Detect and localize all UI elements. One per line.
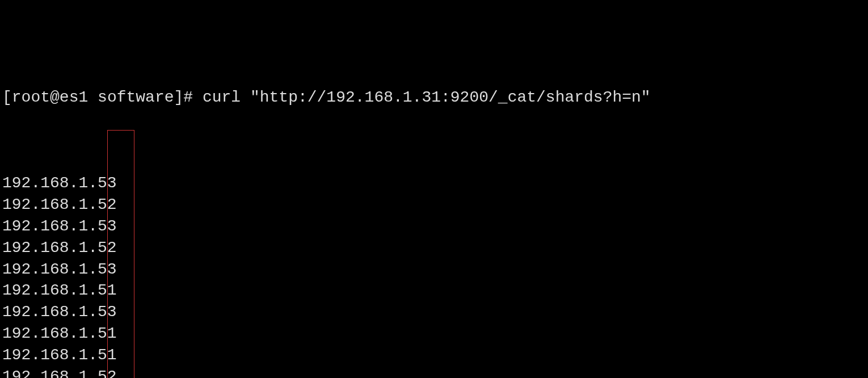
output-line: 192.168.1.51 <box>2 345 866 366</box>
prompt-directory: software <box>98 89 174 106</box>
output-line: 192.168.1.53 <box>2 173 866 194</box>
output-line: 192.168.1.52 <box>2 194 866 216</box>
output-line: 192.168.1.52 <box>2 237 866 259</box>
command-output-block: 192.168.1.53192.168.1.52192.168.1.53192.… <box>2 130 866 378</box>
output-lines: 192.168.1.53192.168.1.52192.168.1.53192.… <box>2 173 866 378</box>
prompt-symbol: # <box>183 89 193 106</box>
output-line: 192.168.1.51 <box>2 323 866 345</box>
output-line: 192.168.1.51 <box>2 280 866 301</box>
prompt-host: es1 <box>60 89 88 106</box>
output-line: 192.168.1.52 <box>2 366 866 378</box>
output-line: 192.168.1.53 <box>2 301 866 323</box>
prompt-user: root <box>12 89 50 106</box>
output-line: 192.168.1.53 <box>2 216 866 237</box>
command-text: curl "http://192.168.1.31:9200/_cat/shar… <box>203 89 651 106</box>
output-line: 192.168.1.53 <box>2 259 866 280</box>
command-prompt-line[interactable]: [root@es1 software]# curl "http://192.16… <box>2 87 866 108</box>
